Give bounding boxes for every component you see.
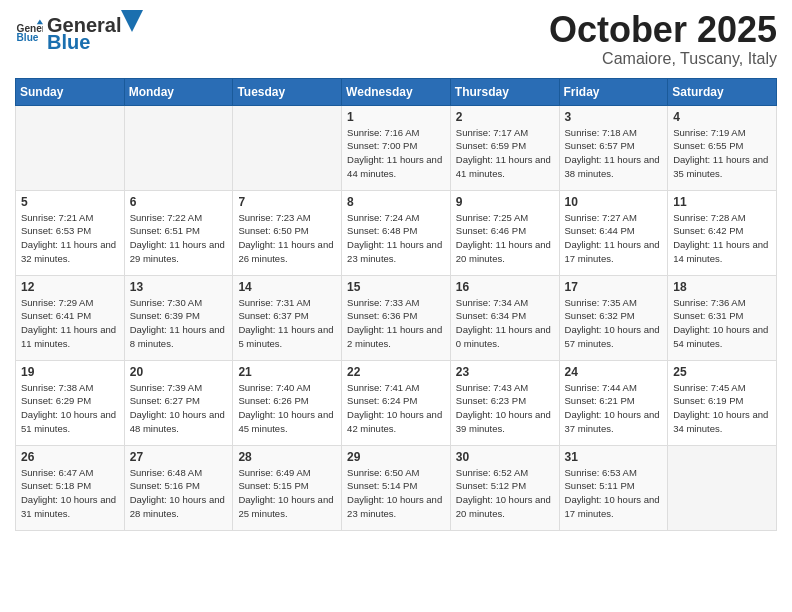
day-number: 12 [21, 280, 119, 294]
calendar-cell: 7Sunrise: 7:23 AM Sunset: 6:50 PM Daylig… [233, 190, 342, 275]
calendar-cell: 16Sunrise: 7:34 AM Sunset: 6:34 PM Dayli… [450, 275, 559, 360]
day-number: 19 [21, 365, 119, 379]
day-number: 20 [130, 365, 228, 379]
day-info: Sunrise: 7:22 AM Sunset: 6:51 PM Dayligh… [130, 211, 228, 266]
calendar-cell [233, 105, 342, 190]
calendar-cell: 8Sunrise: 7:24 AM Sunset: 6:48 PM Daylig… [342, 190, 451, 275]
day-header-saturday: Saturday [668, 78, 777, 105]
calendar-cell [668, 445, 777, 530]
calendar-cell: 19Sunrise: 7:38 AM Sunset: 6:29 PM Dayli… [16, 360, 125, 445]
day-number: 9 [456, 195, 554, 209]
day-info: Sunrise: 7:35 AM Sunset: 6:32 PM Dayligh… [565, 296, 663, 351]
day-number: 25 [673, 365, 771, 379]
calendar-cell: 23Sunrise: 7:43 AM Sunset: 6:23 PM Dayli… [450, 360, 559, 445]
week-row-2: 5Sunrise: 7:21 AM Sunset: 6:53 PM Daylig… [16, 190, 777, 275]
day-number: 3 [565, 110, 663, 124]
day-info: Sunrise: 7:31 AM Sunset: 6:37 PM Dayligh… [238, 296, 336, 351]
day-header-tuesday: Tuesday [233, 78, 342, 105]
calendar-cell: 2Sunrise: 7:17 AM Sunset: 6:59 PM Daylig… [450, 105, 559, 190]
day-info: Sunrise: 7:21 AM Sunset: 6:53 PM Dayligh… [21, 211, 119, 266]
logo-icon: General Blue [15, 18, 43, 46]
calendar-cell: 29Sunrise: 6:50 AM Sunset: 5:14 PM Dayli… [342, 445, 451, 530]
day-number: 2 [456, 110, 554, 124]
calendar-cell: 27Sunrise: 6:48 AM Sunset: 5:16 PM Dayli… [124, 445, 233, 530]
day-number: 4 [673, 110, 771, 124]
calendar-cell: 24Sunrise: 7:44 AM Sunset: 6:21 PM Dayli… [559, 360, 668, 445]
day-info: Sunrise: 6:47 AM Sunset: 5:18 PM Dayligh… [21, 466, 119, 521]
day-info: Sunrise: 7:33 AM Sunset: 6:36 PM Dayligh… [347, 296, 445, 351]
day-info: Sunrise: 6:48 AM Sunset: 5:16 PM Dayligh… [130, 466, 228, 521]
day-info: Sunrise: 7:36 AM Sunset: 6:31 PM Dayligh… [673, 296, 771, 351]
days-header-row: SundayMondayTuesdayWednesdayThursdayFrid… [16, 78, 777, 105]
day-header-monday: Monday [124, 78, 233, 105]
calendar-cell: 9Sunrise: 7:25 AM Sunset: 6:46 PM Daylig… [450, 190, 559, 275]
day-info: Sunrise: 7:19 AM Sunset: 6:55 PM Dayligh… [673, 126, 771, 181]
day-info: Sunrise: 7:29 AM Sunset: 6:41 PM Dayligh… [21, 296, 119, 351]
day-info: Sunrise: 6:49 AM Sunset: 5:15 PM Dayligh… [238, 466, 336, 521]
day-info: Sunrise: 7:43 AM Sunset: 6:23 PM Dayligh… [456, 381, 554, 436]
week-row-3: 12Sunrise: 7:29 AM Sunset: 6:41 PM Dayli… [16, 275, 777, 360]
day-info: Sunrise: 7:18 AM Sunset: 6:57 PM Dayligh… [565, 126, 663, 181]
day-header-friday: Friday [559, 78, 668, 105]
day-number: 15 [347, 280, 445, 294]
svg-marker-2 [37, 20, 43, 25]
day-number: 6 [130, 195, 228, 209]
day-number: 21 [238, 365, 336, 379]
calendar-cell: 6Sunrise: 7:22 AM Sunset: 6:51 PM Daylig… [124, 190, 233, 275]
day-header-wednesday: Wednesday [342, 78, 451, 105]
day-number: 18 [673, 280, 771, 294]
calendar-cell: 15Sunrise: 7:33 AM Sunset: 6:36 PM Dayli… [342, 275, 451, 360]
calendar-cell: 3Sunrise: 7:18 AM Sunset: 6:57 PM Daylig… [559, 105, 668, 190]
month-title: October 2025 [549, 10, 777, 50]
day-info: Sunrise: 7:30 AM Sunset: 6:39 PM Dayligh… [130, 296, 228, 351]
day-info: Sunrise: 7:23 AM Sunset: 6:50 PM Dayligh… [238, 211, 336, 266]
day-info: Sunrise: 6:53 AM Sunset: 5:11 PM Dayligh… [565, 466, 663, 521]
day-number: 29 [347, 450, 445, 464]
calendar-cell: 25Sunrise: 7:45 AM Sunset: 6:19 PM Dayli… [668, 360, 777, 445]
calendar-cell: 10Sunrise: 7:27 AM Sunset: 6:44 PM Dayli… [559, 190, 668, 275]
calendar-cell: 26Sunrise: 6:47 AM Sunset: 5:18 PM Dayli… [16, 445, 125, 530]
day-info: Sunrise: 7:39 AM Sunset: 6:27 PM Dayligh… [130, 381, 228, 436]
day-number: 22 [347, 365, 445, 379]
day-header-sunday: Sunday [16, 78, 125, 105]
calendar-cell: 13Sunrise: 7:30 AM Sunset: 6:39 PM Dayli… [124, 275, 233, 360]
calendar-table: SundayMondayTuesdayWednesdayThursdayFrid… [15, 78, 777, 531]
day-number: 31 [565, 450, 663, 464]
day-info: Sunrise: 7:45 AM Sunset: 6:19 PM Dayligh… [673, 381, 771, 436]
day-info: Sunrise: 7:25 AM Sunset: 6:46 PM Dayligh… [456, 211, 554, 266]
day-info: Sunrise: 7:27 AM Sunset: 6:44 PM Dayligh… [565, 211, 663, 266]
day-info: Sunrise: 7:44 AM Sunset: 6:21 PM Dayligh… [565, 381, 663, 436]
day-info: Sunrise: 6:52 AM Sunset: 5:12 PM Dayligh… [456, 466, 554, 521]
logo-triangle-icon [121, 10, 143, 32]
day-number: 13 [130, 280, 228, 294]
day-number: 27 [130, 450, 228, 464]
day-info: Sunrise: 7:16 AM Sunset: 7:00 PM Dayligh… [347, 126, 445, 181]
calendar-cell: 12Sunrise: 7:29 AM Sunset: 6:41 PM Dayli… [16, 275, 125, 360]
calendar-cell: 21Sunrise: 7:40 AM Sunset: 6:26 PM Dayli… [233, 360, 342, 445]
day-info: Sunrise: 7:24 AM Sunset: 6:48 PM Dayligh… [347, 211, 445, 266]
day-header-thursday: Thursday [450, 78, 559, 105]
week-row-5: 26Sunrise: 6:47 AM Sunset: 5:18 PM Dayli… [16, 445, 777, 530]
day-number: 23 [456, 365, 554, 379]
week-row-4: 19Sunrise: 7:38 AM Sunset: 6:29 PM Dayli… [16, 360, 777, 445]
day-number: 14 [238, 280, 336, 294]
day-info: Sunrise: 6:50 AM Sunset: 5:14 PM Dayligh… [347, 466, 445, 521]
day-number: 5 [21, 195, 119, 209]
day-number: 16 [456, 280, 554, 294]
day-info: Sunrise: 7:41 AM Sunset: 6:24 PM Dayligh… [347, 381, 445, 436]
calendar-cell: 31Sunrise: 6:53 AM Sunset: 5:11 PM Dayli… [559, 445, 668, 530]
calendar-cell: 5Sunrise: 7:21 AM Sunset: 6:53 PM Daylig… [16, 190, 125, 275]
calendar-cell: 11Sunrise: 7:28 AM Sunset: 6:42 PM Dayli… [668, 190, 777, 275]
day-info: Sunrise: 7:28 AM Sunset: 6:42 PM Dayligh… [673, 211, 771, 266]
day-number: 8 [347, 195, 445, 209]
page-header: General Blue General Blue October 2025 C… [15, 10, 777, 68]
calendar-cell: 28Sunrise: 6:49 AM Sunset: 5:15 PM Dayli… [233, 445, 342, 530]
day-info: Sunrise: 7:17 AM Sunset: 6:59 PM Dayligh… [456, 126, 554, 181]
calendar-body: 1Sunrise: 7:16 AM Sunset: 7:00 PM Daylig… [16, 105, 777, 530]
day-number: 28 [238, 450, 336, 464]
svg-marker-3 [121, 10, 143, 32]
calendar-cell [16, 105, 125, 190]
calendar-cell: 20Sunrise: 7:39 AM Sunset: 6:27 PM Dayli… [124, 360, 233, 445]
day-number: 7 [238, 195, 336, 209]
day-number: 26 [21, 450, 119, 464]
